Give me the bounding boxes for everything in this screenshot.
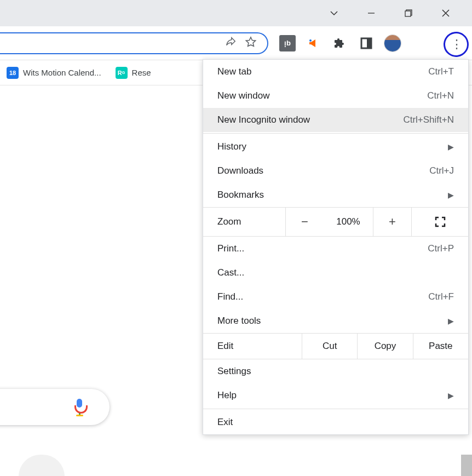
submenu-arrow-icon: ▶ [448, 391, 454, 400]
menu-label: Print... [217, 243, 428, 254]
bookmark-item-researchgate[interactable]: RG Rese [111, 65, 156, 81]
extension-tubebuddy-icon[interactable]: ᴉb [279, 35, 296, 51]
calendar-icon: 18 [7, 67, 19, 79]
cut-button[interactable]: Cut [302, 334, 357, 359]
menu-label: New tab [217, 66, 428, 77]
voice-search-icon[interactable] [73, 399, 85, 415]
menu-label: Find... [217, 291, 428, 302]
menu-item-exit[interactable]: Exit [203, 410, 468, 434]
menu-label: History [217, 141, 448, 152]
share-icon[interactable] [225, 36, 237, 50]
menu-label: More tools [217, 316, 448, 326]
menu-label: Cast... [217, 267, 454, 278]
window-titlebar [0, 0, 472, 26]
menu-separator [203, 133, 468, 134]
profile-avatar[interactable] [384, 35, 401, 51]
tabs-dropdown-icon[interactable] [323, 2, 345, 24]
submenu-arrow-icon: ▶ [448, 142, 454, 151]
menu-edit-row: Edit Cut Copy Paste [203, 333, 468, 359]
researchgate-icon: RG [116, 67, 128, 79]
svg-point-3 [309, 39, 312, 42]
fullscreen-button[interactable] [411, 208, 468, 236]
menu-item-more-tools[interactable]: More tools ▶ [203, 309, 468, 333]
side-panel-icon[interactable] [358, 35, 375, 51]
svg-rect-5 [367, 38, 371, 48]
menu-label: Help [217, 390, 448, 401]
menu-zoom-row: Zoom − 100% + [203, 207, 468, 237]
menu-separator [203, 409, 468, 409]
scrollbar-thumb[interactable] [461, 455, 472, 476]
bookmark-label: Wits Motion Calend... [23, 68, 101, 77]
address-bar[interactable] [0, 32, 268, 54]
menu-shortcut: Ctrl+F [428, 291, 454, 302]
menu-item-bookmarks[interactable]: Bookmarks ▶ [203, 183, 468, 207]
close-button[interactable] [435, 2, 457, 24]
svg-rect-2 [405, 11, 411, 16]
menu-item-new-window[interactable]: New window Ctrl+N [203, 84, 468, 108]
menu-shortcut: Ctrl+N [427, 90, 454, 101]
menu-item-new-tab[interactable]: New tab Ctrl+T [203, 60, 468, 84]
menu-shortcut: Ctrl+Shift+N [403, 114, 454, 125]
menu-item-find[interactable]: Find... Ctrl+F [203, 285, 468, 309]
zoom-label: Zoom [203, 216, 285, 227]
maximize-button[interactable] [398, 2, 419, 24]
zoom-out-button[interactable]: − [285, 208, 324, 236]
copy-button[interactable]: Copy [357, 334, 412, 359]
chrome-main-menu: New tab Ctrl+T New window Ctrl+N New Inc… [203, 59, 469, 435]
toolbar-extensions: ᴉb [279, 35, 401, 51]
menu-item-settings[interactable]: Settings [203, 359, 468, 383]
menu-shortcut: Ctrl+T [428, 66, 454, 77]
menu-label: Settings [217, 366, 454, 377]
minimize-button[interactable] [360, 2, 382, 24]
extensions-puzzle-icon[interactable] [332, 35, 348, 51]
menu-item-help[interactable]: Help ▶ [203, 383, 468, 408]
zoom-value: 100% [324, 208, 373, 236]
menu-label: New window [217, 90, 427, 101]
submenu-arrow-icon: ▶ [448, 191, 454, 199]
submenu-arrow-icon: ▶ [448, 317, 454, 325]
more-vertical-icon: ⋮ [451, 37, 462, 51]
menu-label: New Incognito window [217, 114, 403, 125]
menu-label: Exit [217, 417, 454, 428]
bookmark-star-icon[interactable] [244, 36, 257, 51]
menu-item-incognito[interactable]: New Incognito window Ctrl+Shift+N [203, 108, 468, 132]
menu-shortcut: Ctrl+J [429, 165, 454, 176]
bookmark-label: Rese [132, 68, 151, 77]
browser-toolbar: ᴉb [0, 26, 472, 60]
google-search-pill[interactable] [0, 389, 110, 425]
menu-shortcut: Ctrl+P [428, 243, 454, 254]
zoom-in-button[interactable]: + [373, 208, 411, 236]
menu-item-print[interactable]: Print... Ctrl+P [203, 237, 468, 261]
menu-label: Downloads [217, 165, 429, 176]
bookmark-item-calendar[interactable]: 18 Wits Motion Calend... [2, 65, 106, 81]
paste-button[interactable]: Paste [413, 334, 468, 359]
menu-item-history[interactable]: History ▶ [203, 135, 468, 159]
menu-item-cast[interactable]: Cast... [203, 261, 468, 285]
edit-label: Edit [203, 341, 302, 352]
extension-megaphone-icon[interactable] [306, 35, 322, 51]
partial-circle [19, 455, 65, 476]
menu-label: Bookmarks [217, 190, 448, 200]
menu-item-downloads[interactable]: Downloads Ctrl+J [203, 159, 468, 183]
